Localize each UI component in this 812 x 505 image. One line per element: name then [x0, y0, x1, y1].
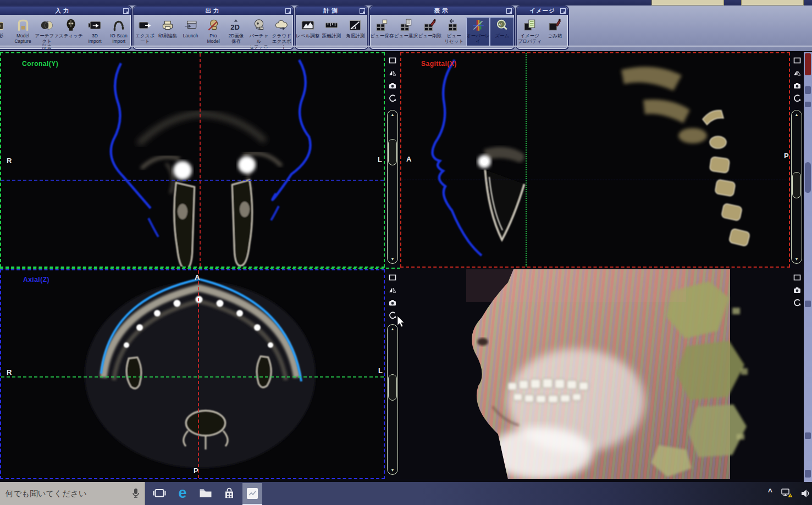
- scrollbar-thumb[interactable]: [792, 172, 801, 198]
- axial-view[interactable]: Axial(Z): [0, 269, 385, 479]
- group-title-text: 入力: [56, 7, 71, 14]
- microphone-icon[interactable]: [131, 488, 140, 499]
- ribbon-button-label: 印刷編集: [158, 34, 177, 39]
- ribbon-group-display: 表示 ビュー保存 ビュー選択 ビュー削除 ビュー リセット: [370, 7, 514, 49]
- ribbon-button-angle-measure[interactable]: 角度計測: [344, 17, 367, 40]
- ribbon-button-trash[interactable]: ごみ箱: [543, 17, 567, 40]
- ribbon-button-stitch[interactable]: スティッチ: [59, 17, 83, 40]
- maximize-view-icon[interactable]: [388, 273, 397, 282]
- cloud-export-icon: [274, 18, 289, 32]
- axial-crosshair-vertical[interactable]: [198, 270, 199, 478]
- scroll-up-icon[interactable]: ▲: [388, 111, 397, 118]
- background-window-button: [741, 0, 804, 5]
- dialog-launcher-icon[interactable]: [360, 8, 365, 14]
- ribbon-group-output: 出力 エクスポート 印刷編集 Launch Pro Model: [134, 7, 293, 49]
- ribbon-group-title: 表示: [370, 7, 514, 15]
- ribbon-button-view-save[interactable]: ビュー保存: [370, 17, 394, 40]
- rotate-icon[interactable]: [793, 298, 802, 307]
- axial-slice-scrollbar[interactable]: ▲ ▼: [387, 324, 398, 475]
- ribbon-button-model-capture[interactable]: Model Capture: [11, 17, 35, 45]
- ribbon-button-zoom[interactable]: +/- ズーム: [490, 17, 514, 47]
- ribbon-button-print-edit[interactable]: 印刷編集: [156, 17, 179, 40]
- task-view-icon[interactable]: [152, 486, 167, 501]
- view-reset-icon: [447, 18, 461, 32]
- edge-browser-icon[interactable]: e: [175, 485, 190, 501]
- coronal-view[interactable]: Coronal(Y): [0, 52, 385, 268]
- scroll-down-icon[interactable]: ▼: [388, 256, 397, 263]
- ribbon-button-3d-import[interactable]: 3D Import: [83, 17, 107, 45]
- axial-crosshair-horizontal[interactable]: [1, 376, 384, 378]
- axial-orientation-right: L: [378, 367, 383, 375]
- mirror-flip-icon[interactable]: [388, 69, 397, 77]
- snapshot-camera-icon[interactable]: [793, 286, 802, 295]
- ribbon-button-level-adjust[interactable]: レベル調整: [296, 17, 319, 40]
- ribbon-button-2d-save[interactable]: 2D 2D画像 保存: [225, 17, 247, 45]
- scrollbar-thumb[interactable]: [388, 139, 397, 165]
- snapshot-camera-icon[interactable]: [793, 81, 802, 90]
- io-scan-arch-icon: [112, 18, 126, 32]
- volume-speaker-icon[interactable]: [801, 489, 811, 498]
- tray-chevron-icon[interactable]: ^: [768, 487, 772, 496]
- file-explorer-icon[interactable]: [198, 486, 213, 501]
- rotate-icon[interactable]: [388, 94, 397, 103]
- scroll-up-icon[interactable]: ▲: [792, 111, 802, 118]
- mirror-flip-icon[interactable]: [388, 286, 397, 295]
- dialog-launcher-icon[interactable]: [560, 8, 566, 14]
- ribbon-button-distance-measure[interactable]: 距離計測: [319, 17, 343, 40]
- stitch-skull-icon: [64, 18, 78, 32]
- maximize-view-icon[interactable]: [793, 273, 802, 282]
- network-status-icon[interactable]: [781, 488, 793, 499]
- ribbon-button-image-properties[interactable]: イメージ プロパティ: [518, 17, 542, 45]
- ribbon-button-capture[interactable]: 撮影: [0, 17, 11, 40]
- snapshot-camera-icon[interactable]: [388, 81, 397, 90]
- active-app-taskbar-button[interactable]: [242, 483, 262, 505]
- sagittal-crosshair-vertical[interactable]: [526, 53, 527, 267]
- coronal-slice-scrollbar[interactable]: ▲ ▼: [387, 110, 398, 264]
- ribbon-button-launch[interactable]: Launch: [179, 17, 202, 40]
- ribbon-button-view-select[interactable]: ビュー選択: [394, 17, 418, 40]
- virtual-cephalo-skull-icon: [252, 18, 266, 32]
- snapshot-camera-icon[interactable]: [388, 298, 397, 307]
- dock-item[interactable]: [805, 301, 811, 307]
- coronal-crosshair-vertical[interactable]: [200, 53, 201, 267]
- ribbon-group-measure: 計測 レベル調整 距離計測 角度計測: [296, 7, 367, 49]
- dock-item[interactable]: [805, 470, 811, 478]
- axial-ct-image: [1, 270, 384, 478]
- view-save-icon: [375, 18, 389, 32]
- sagittal-slice-scrollbar[interactable]: ▲ ▼: [791, 110, 802, 264]
- angle-measure-icon: [348, 18, 362, 32]
- ribbon-button-pro-model[interactable]: Pro Model: [202, 17, 224, 45]
- sagittal-view[interactable]: Sagittal(X): [400, 52, 790, 268]
- dialog-launcher-icon[interactable]: [123, 8, 129, 14]
- maximize-view-icon[interactable]: [793, 56, 802, 65]
- ribbon-button-view-reset[interactable]: ビュー リセット: [442, 17, 466, 45]
- dock-item[interactable]: [805, 432, 811, 439]
- volume-3d-view[interactable]: [400, 269, 804, 479]
- dock-item[interactable]: [805, 86, 811, 94]
- maximize-view-icon[interactable]: [388, 56, 397, 65]
- coronal-ct-image: [1, 53, 384, 267]
- ribbon-button-export[interactable]: エクスポート: [134, 17, 156, 45]
- scroll-down-icon[interactable]: ▼: [792, 256, 802, 263]
- windows-store-icon[interactable]: [222, 486, 237, 501]
- scroll-down-icon[interactable]: ▼: [388, 467, 397, 474]
- ribbon-button-overlay[interactable]: オーバーレイ: [466, 17, 490, 47]
- dock-item[interactable]: [805, 102, 811, 107]
- scrollbar-thumb[interactable]: [388, 374, 397, 401]
- rotate-icon[interactable]: [793, 94, 802, 103]
- printer-icon: [161, 18, 175, 32]
- cortana-search-box[interactable]: 何でも聞いてください: [0, 482, 145, 505]
- dialog-launcher-icon[interactable]: [506, 8, 512, 14]
- ribbon-button-view-delete[interactable]: ビュー削除: [418, 17, 442, 40]
- ribbon-button-label: 角度計測: [346, 34, 364, 39]
- dialog-launcher-icon[interactable]: [285, 8, 291, 14]
- scroll-up-icon[interactable]: ▲: [388, 325, 397, 332]
- mirror-flip-icon[interactable]: [793, 69, 802, 77]
- ribbon-button-label: レベル調整: [296, 34, 319, 39]
- dock-scrollbar-thumb[interactable]: [805, 162, 811, 193]
- rotate-icon[interactable]: [388, 311, 397, 320]
- ribbon-button-io-scan-import[interactable]: IO-Scan Import: [107, 17, 131, 45]
- dock-red-item[interactable]: [805, 53, 811, 75]
- coronal-crosshair-horizontal[interactable]: [1, 180, 384, 181]
- sagittal-crosshair-horizontal[interactable]: [401, 180, 789, 180]
